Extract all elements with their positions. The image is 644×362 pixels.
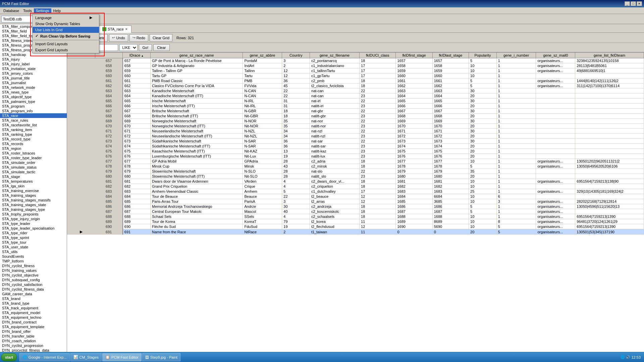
cell-uci[interactable]: 18 (360, 209, 396, 214)
sidebar-item-sta-race[interactable]: STA_race (0, 113, 67, 118)
cell-popularity[interactable]: 30 (469, 99, 497, 104)
cell-abbr[interactable]: Minsk (243, 164, 282, 169)
cell-filename[interactable]: c2_adria (310, 159, 360, 164)
cell-idrace[interactable]: 672 (123, 134, 151, 139)
cell-race-name[interactable]: Luxemburgische Meisterschaft (ITT) (150, 154, 243, 159)
taskbar-app-cm-stages[interactable]: 📊 CM_Stages (70, 353, 102, 361)
cell-filename[interactable]: natitt-gbr (310, 114, 360, 119)
cell-num2[interactable]: 1 (496, 63, 536, 68)
cell-last-stage[interactable]: 6684 (432, 194, 469, 199)
cell-num2[interactable]: 1 (496, 169, 536, 174)
cell-team[interactable]: 96481|3720|124|1261|29 (575, 219, 644, 224)
sidebar-item-dyn-subsquad-config[interactable]: DYN_subsquad_config (0, 278, 67, 282)
cell-first-stage[interactable]: 1659 (396, 68, 432, 73)
cell-mail[interactable]: organisateurs... (536, 189, 575, 194)
cell-last-stage[interactable]: 1661 (432, 78, 469, 83)
cell-filename[interactable]: nat-can (310, 88, 360, 94)
cell-race-name[interactable]: Britische Meisterschaft (ITT) (150, 114, 243, 119)
cell-abbr[interactable]: Beauce (243, 194, 282, 199)
cell-first-stage[interactable]: 1675 (396, 149, 432, 154)
cell-first-stage[interactable]: 1660 (396, 73, 432, 78)
cell-mail[interactable]: organisateurs... (536, 83, 575, 88)
table-row[interactable]: 657 657 GP de Pont à Marcq - La Ronde Pé… (67, 58, 644, 63)
cell-mail[interactable] (536, 174, 575, 179)
cell-country[interactable]: 22 (282, 88, 310, 94)
cell-filename[interactable]: t2_flechdusud (310, 224, 360, 229)
cell-team[interactable] (575, 119, 644, 124)
cell-idrace[interactable]: 675 (123, 149, 151, 154)
sidebar-item-sta-journal-title[interactable]: STA_journal_title (0, 76, 67, 80)
cell-country[interactable]: 4 (282, 184, 310, 189)
table-row[interactable]: 673 673 Südafrikanische Meisterschaft N-… (67, 139, 644, 144)
cell-abbr[interactable]: N-IRL (243, 99, 282, 104)
cell-country[interactable]: 34 (282, 129, 310, 134)
cell-team[interactable]: 6951564|7159213|1390 (575, 214, 644, 219)
cell-last-stage[interactable]: 1680 (432, 174, 469, 179)
cell-first-stage[interactable]: 1680 (396, 174, 432, 179)
cell-num2[interactable]: 3 (496, 199, 536, 204)
sidebar-item-dyn-cyclist-objective[interactable]: DYN_cyclist_objective (0, 273, 67, 278)
cell-abbr[interactable]: PontaM (243, 58, 282, 63)
cell-mail[interactable]: organisateurs... (536, 78, 575, 83)
menu-run-cleanup[interactable]: ✓ Run Clean Up Before Saving (33, 33, 99, 39)
cell-first-stage[interactable]: 1657 (396, 58, 432, 63)
table-row[interactable]: 672 672 Neuseelandische Meisterschaft (I… (67, 134, 644, 139)
cell-num2[interactable]: 1 (496, 189, 536, 194)
sidebar-item-sta-network-mode[interactable]: STA_network_mode (0, 85, 67, 90)
cell-num2[interactable]: 1 (496, 104, 536, 109)
sidebar-item-sta-equipment-template[interactable]: STA_equipment_template (0, 324, 67, 329)
cell-first-stage[interactable]: 1689 (396, 219, 432, 224)
cell-num2[interactable]: 1 (496, 144, 536, 149)
cell-team[interactable] (575, 174, 644, 179)
cell-team[interactable]: 311|142|17100|1370|6114 (575, 83, 644, 88)
cell-first-stage[interactable]: 1661 (396, 78, 432, 83)
cell-country[interactable]: 4 (282, 179, 310, 184)
cell-first-stage[interactable]: 1674 (396, 144, 432, 149)
cell-race-name[interactable]: Arnhem-Veenendaal Classic (150, 189, 243, 194)
cell-uci[interactable]: 22 (360, 99, 396, 104)
cell-filename[interactable]: nat-irl (310, 99, 360, 104)
cell-first-stage[interactable]: 0 (396, 229, 432, 235)
cell-race-name[interactable]: Tallinn - Tallinn GP (150, 68, 243, 73)
cell-abbr[interactable]: Nit-NZL (243, 134, 282, 139)
cell-country[interactable]: 35 (282, 124, 310, 129)
cell-mail[interactable] (536, 124, 575, 129)
sidebar-item-sta-injury-label[interactable]: STA_injury_label (0, 62, 67, 66)
cell-mail[interactable] (536, 184, 575, 189)
cell-race-name[interactable]: Neuseelandische Meisterschaft (ITT) (150, 134, 243, 139)
sidebar-item-sta-jersey-colors[interactable]: STA_jersey_colors (0, 71, 67, 76)
cell-uci[interactable]: 12 (360, 194, 396, 199)
cell-country[interactable]: 18 (282, 114, 310, 119)
cell-race-name[interactable]: Dwars door de Vlaamse Ardennen (150, 179, 243, 184)
filter-clear-button[interactable]: Clear (153, 44, 169, 51)
table-row[interactable]: 674 674 Südafrikanische Meisterschaft (I… (67, 144, 644, 149)
taskbar-app-ie[interactable]: 🌐 Google - Internet Exp... (19, 353, 70, 361)
cell-uci[interactable]: 18 (360, 83, 396, 88)
cell-popularity[interactable]: 30 (469, 109, 497, 114)
cell-abbr[interactable]: N-CAN (243, 88, 282, 94)
maximize-button[interactable]: □ (631, 1, 636, 6)
sidebar-item-sta-type-sprint[interactable]: STA_type_sprint (0, 235, 67, 240)
cell-filename[interactable]: c1_industrialarciano (310, 63, 360, 68)
cell-num2[interactable]: 1 (496, 83, 536, 88)
cell-mail[interactable]: organisateurs... (536, 68, 575, 73)
cell-popularity[interactable]: 10 (469, 214, 497, 219)
cell-filename[interactable]: nat-nor (310, 119, 360, 124)
table-row[interactable]: 683 683 Arnhem-Veenendaal Classic Arnhem… (67, 189, 644, 194)
cell-team[interactable] (575, 194, 644, 199)
cell-uci[interactable]: 18 (360, 179, 396, 184)
menu-help[interactable]: Help (51, 8, 63, 13)
table-row[interactable]: 676 676 Luxemburgische Meisterschaft (IT… (67, 154, 644, 159)
cell-filename[interactable]: natitt-lux (310, 154, 360, 159)
cell-filename[interactable]: natitt-sar (310, 144, 360, 149)
cell-abbr[interactable]: NtRace (243, 229, 282, 235)
table-row[interactable]: 669 669 Norwegische Meisterschaft N-NOR … (67, 119, 644, 124)
sidebar-item-sta-training-stages-state[interactable]: STA_training_stages_state (0, 202, 67, 207)
cell-abbr[interactable]: Andrze (243, 204, 282, 209)
cell-race-name[interactable]: Südafrikanische Meisterschaft (ITT) (150, 144, 243, 149)
cell-num2[interactable]: 5 (496, 229, 536, 235)
cell-last-stage[interactable]: 1670 (432, 124, 469, 129)
cell-mail[interactable] (536, 104, 575, 109)
cell-race-name[interactable]: Memorial Andrzeja Trochanowskiego (150, 204, 243, 209)
cell-country[interactable]: 43 (282, 164, 310, 169)
